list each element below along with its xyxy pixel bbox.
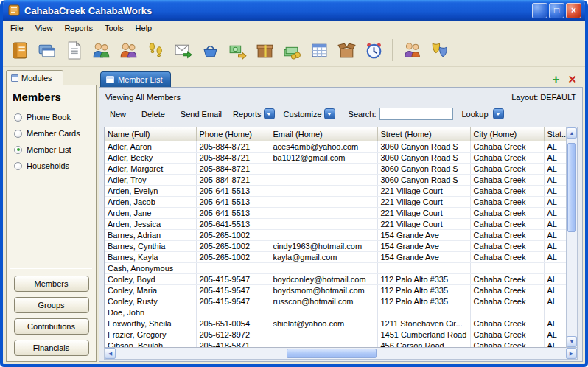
money-arrow-icon: [228, 41, 248, 60]
table-row[interactable]: Conley, Rusty205-415-9547russcon@hotmail…: [105, 296, 566, 307]
add-view-icon[interactable]: +: [552, 75, 559, 84]
app-window: CahabaCreek CahabaWorks _ □ × FileViewRe…: [0, 0, 588, 367]
table-row[interactable]: Adler, Troy205-884-87213060 Canyon Road …: [105, 174, 566, 185]
customize-dropdown-button[interactable]: [324, 108, 335, 119]
groups-module-button[interactable]: Groups: [14, 297, 89, 313]
table-cell: Cahaba Creek: [470, 340, 544, 348]
table-cell: Cahaba Creek: [470, 318, 544, 329]
send-email-action-button[interactable]: Send Email: [176, 108, 226, 120]
maximize-button[interactable]: □: [549, 3, 564, 18]
column-header-phone-home-[interactable]: Phone (Home): [196, 127, 270, 141]
menu-item-help[interactable]: Help: [130, 21, 158, 35]
modules-tab[interactable]: Modules: [6, 70, 63, 85]
reminders-button[interactable]: [363, 40, 384, 60]
table-row[interactable]: Conley, Boyd205-415-9547boydconley@hotma…: [105, 273, 566, 284]
horizontal-scrollbar[interactable]: ◀ ▶: [104, 348, 578, 360]
view-option-label: Phone Book: [27, 113, 71, 122]
column-header-stat-[interactable]: Stat...: [544, 127, 566, 141]
search-input[interactable]: [379, 108, 453, 120]
close-view-icon[interactable]: ✕: [567, 75, 577, 84]
table-row[interactable]: Adler, Becky205-884-8721ba1012@gmail.com…: [105, 152, 566, 163]
batches-button[interactable]: [309, 40, 329, 60]
media-button[interactable]: [429, 40, 449, 60]
view-option-households[interactable]: Households: [14, 161, 96, 170]
table-row[interactable]: Barnes, Adrian205-265-1002154 Grande Ave…: [105, 229, 566, 240]
view-option-member-list[interactable]: Member List: [14, 145, 96, 154]
menu-item-reports[interactable]: Reports: [58, 21, 99, 35]
phone-book-button[interactable]: [9, 40, 29, 60]
table-row[interactable]: Arden, Jacob205-641-5513221 Village Cour…: [105, 196, 566, 207]
delete-button[interactable]: Delete: [137, 108, 169, 120]
scroll-left-button[interactable]: ◀: [105, 348, 116, 359]
table-row[interactable]: Arden, Jessica205-641-5513221 Village Co…: [105, 218, 566, 229]
customize-dropdown[interactable]: Customize: [284, 108, 335, 119]
menu-item-file[interactable]: File: [4, 21, 29, 35]
reports-dropdown-button[interactable]: [264, 108, 275, 119]
minimize-button[interactable]: _: [532, 3, 547, 18]
scroll-up-button[interactable]: ▲: [567, 127, 577, 139]
column-header-street-home-[interactable]: Street (Home): [377, 127, 470, 141]
table-row[interactable]: Doe, John: [105, 307, 566, 318]
table-row[interactable]: Cash, Anonymous: [105, 262, 566, 273]
view-option-phone-book[interactable]: Phone Book: [14, 113, 96, 122]
reports-dropdown[interactable]: Reports: [233, 108, 275, 119]
offering-button[interactable]: [200, 40, 220, 60]
table-cell: AL: [544, 174, 566, 185]
scroll-right-button[interactable]: ▶: [566, 348, 577, 359]
vertical-scroll-track[interactable]: [567, 139, 577, 336]
table-row[interactable]: Foxworthy, Sheila205-651-0054shielaf@yah…: [105, 318, 566, 329]
horizontal-scroll-thumb[interactable]: [287, 349, 377, 358]
view-option-member-cards[interactable]: Member Cards: [14, 129, 96, 138]
table-cell: 205-641-5513: [196, 207, 270, 218]
member-table-viewport[interactable]: Name (Full)Phone (Home)Email (Home)Stree…: [104, 127, 566, 348]
close-button[interactable]: ×: [566, 3, 581, 18]
table-row[interactable]: Barnes, Kayla205-265-1002kayla@gmail.com…: [105, 251, 566, 262]
table-cell: Cahaba Creek: [470, 273, 544, 284]
attendance-button[interactable]: [145, 40, 166, 60]
contributions-module-button[interactable]: Contributions: [14, 318, 89, 335]
families-button[interactable]: [402, 40, 422, 60]
table-row[interactable]: Arden, Jane205-641-5513221 Village Court…: [105, 207, 566, 218]
table-row[interactable]: Frazier, Gregory205-612-89721451 Cumberl…: [105, 329, 566, 340]
menu-item-view[interactable]: View: [29, 21, 59, 35]
members-button[interactable]: [91, 40, 111, 60]
lookup-dropdown[interactable]: Lookup: [453, 108, 504, 119]
new-button[interactable]: New: [105, 108, 130, 120]
vertical-scroll-thumb[interactable]: [567, 143, 576, 232]
member-cards-button[interactable]: [36, 40, 57, 60]
table-row[interactable]: Gibson, Beulah205-418-5871456 Carson Roa…: [105, 340, 566, 348]
report-button[interactable]: [63, 40, 84, 60]
table-row[interactable]: Barnes, Cynthia205-265-1002cindy1963@hot…: [105, 240, 566, 251]
deposits-button[interactable]: [281, 40, 302, 60]
table-cell: [270, 207, 377, 218]
table-row[interactable]: Arden, Evelyn205-641-5513221 Village Cou…: [105, 185, 566, 196]
pledges-button[interactable]: [254, 40, 275, 60]
column-header-name-full-[interactable]: Name (Full): [105, 127, 196, 141]
titlebar[interactable]: CahabaCreek CahabaWorks _ □ ×: [3, 0, 585, 21]
table-row[interactable]: Adler, Aaron205-884-8721aces4amb@yahoo.c…: [105, 141, 566, 152]
menu-item-tools[interactable]: Tools: [99, 21, 130, 35]
table-cell: AL: [544, 240, 566, 251]
column-header-email-home-[interactable]: Email (Home): [270, 127, 377, 141]
gift-box-icon: [255, 41, 275, 60]
lookup-dropdown-button[interactable]: [493, 108, 504, 119]
table-row[interactable]: Conley, Maria205-415-9547boydsmom@hotmai…: [105, 284, 566, 296]
members-module-button[interactable]: Members: [14, 276, 89, 292]
visitors-button[interactable]: [118, 40, 139, 60]
financials-module-button[interactable]: Financials: [14, 340, 89, 356]
tab-member-list[interactable]: Member List: [100, 71, 171, 87]
radio-selected-icon: [14, 146, 22, 154]
sidebar-buttons: MembersGroupsContributionsFinancials: [7, 276, 96, 361]
table-cell: Arden, Jane: [105, 207, 196, 218]
table-row[interactable]: Adler, Margaret205-884-87213060 Canyon R…: [105, 163, 566, 174]
contributions-button[interactable]: [227, 40, 248, 60]
theater-masks-icon: [430, 41, 449, 60]
column-header-city-home-[interactable]: City (Home): [470, 127, 544, 141]
table-cell: 154 Grande Ave: [377, 229, 470, 240]
vertical-scrollbar[interactable]: ▲ ▼: [566, 127, 578, 348]
scroll-down-button[interactable]: ▼: [567, 336, 577, 347]
inventory-button[interactable]: [336, 40, 357, 60]
send-email-button[interactable]: [172, 40, 193, 60]
table-cell: Cahaba Creek: [470, 329, 544, 340]
horizontal-scroll-track[interactable]: [116, 348, 566, 359]
